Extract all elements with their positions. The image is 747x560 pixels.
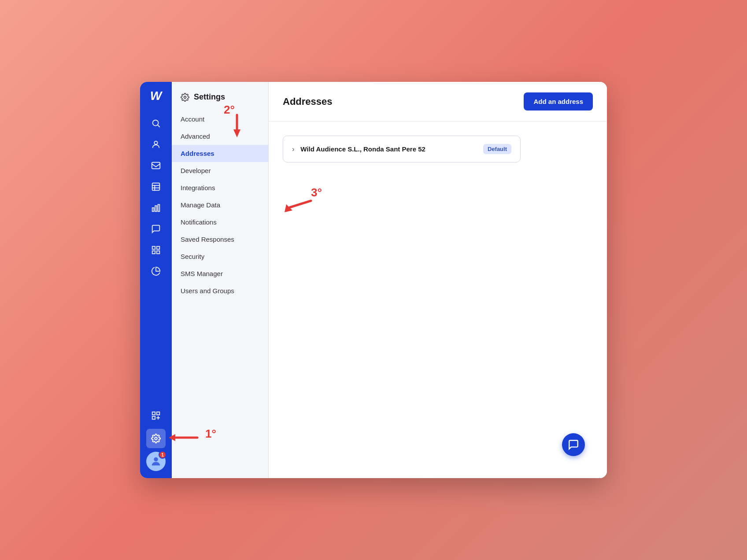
settings-menu: Account Advanced Addresses Developer Int… xyxy=(172,111,268,299)
svg-rect-8 xyxy=(152,208,154,211)
main-body: › Wild Audience S.L., Ronda Sant Pere 52… xyxy=(269,122,607,478)
settings-header-icon xyxy=(181,93,189,102)
svg-rect-13 xyxy=(152,251,155,254)
grid-nav-icon[interactable] xyxy=(146,240,166,260)
user-avatar-container[interactable]: 1 xyxy=(146,452,166,471)
address-name: Wild Audience S.L., Ronda Sant Pere 52 xyxy=(300,145,477,153)
menu-item-account[interactable]: Account xyxy=(172,111,268,128)
svg-rect-11 xyxy=(152,247,155,249)
chat-nav-icon[interactable] xyxy=(146,219,166,239)
menu-item-security[interactable]: Security xyxy=(172,248,268,265)
menu-item-manage-data[interactable]: Manage Data xyxy=(172,196,268,214)
notification-badge: 1 xyxy=(159,451,166,459)
chat-fab-button[interactable] xyxy=(562,433,585,456)
search-nav-icon[interactable] xyxy=(146,114,166,133)
svg-rect-16 xyxy=(157,412,159,415)
menu-item-notifications[interactable]: Notifications xyxy=(172,214,268,231)
svg-point-20 xyxy=(155,437,157,440)
settings-nav-button[interactable] xyxy=(146,429,166,448)
mail-nav-icon[interactable] xyxy=(146,156,166,175)
address-default-badge: Default xyxy=(483,144,511,154)
menu-item-integrations[interactable]: Integrations xyxy=(172,179,268,196)
svg-rect-3 xyxy=(152,162,160,169)
table-nav-icon[interactable] xyxy=(146,177,166,196)
menu-item-users-groups[interactable]: Users and Groups xyxy=(172,282,268,299)
menu-item-developer[interactable]: Developer xyxy=(172,162,268,179)
settings-header: Settings xyxy=(172,92,268,111)
add-address-button[interactable]: Add an address xyxy=(524,92,593,111)
app-logo: W xyxy=(150,89,162,103)
contacts-nav-icon[interactable] xyxy=(146,135,166,154)
svg-point-22 xyxy=(184,96,186,98)
svg-point-21 xyxy=(154,457,158,461)
address-card[interactable]: › Wild Audience S.L., Ronda Sant Pere 52… xyxy=(283,136,521,162)
settings-sidebar: Settings Account Advanced Addresses Deve… xyxy=(172,82,269,478)
svg-rect-10 xyxy=(158,205,160,212)
pie-nav-icon[interactable] xyxy=(146,262,166,281)
menu-item-sms-manager[interactable]: SMS Manager xyxy=(172,265,268,282)
svg-rect-17 xyxy=(152,416,155,419)
bar-chart-nav-icon[interactable] xyxy=(146,198,166,217)
main-header: Addresses Add an address xyxy=(269,82,607,122)
svg-rect-15 xyxy=(152,412,155,415)
page-title: Addresses xyxy=(283,96,333,107)
add-apps-icon[interactable] xyxy=(146,406,166,425)
svg-rect-4 xyxy=(152,183,160,191)
svg-rect-14 xyxy=(157,251,159,254)
menu-item-advanced[interactable]: Advanced xyxy=(172,128,268,145)
svg-rect-12 xyxy=(157,247,159,249)
address-expand-icon: › xyxy=(292,145,294,153)
svg-line-1 xyxy=(158,125,159,127)
settings-title: Settings xyxy=(194,92,225,102)
menu-item-saved-responses[interactable]: Saved Responses xyxy=(172,231,268,248)
sidebar-nav: W xyxy=(140,82,172,478)
svg-point-2 xyxy=(154,141,157,144)
main-content: Addresses Add an address › Wild Audience… xyxy=(269,82,607,478)
svg-rect-9 xyxy=(155,206,157,211)
sidebar-bottom: 1 xyxy=(146,406,166,471)
menu-item-addresses[interactable]: Addresses xyxy=(172,145,268,162)
